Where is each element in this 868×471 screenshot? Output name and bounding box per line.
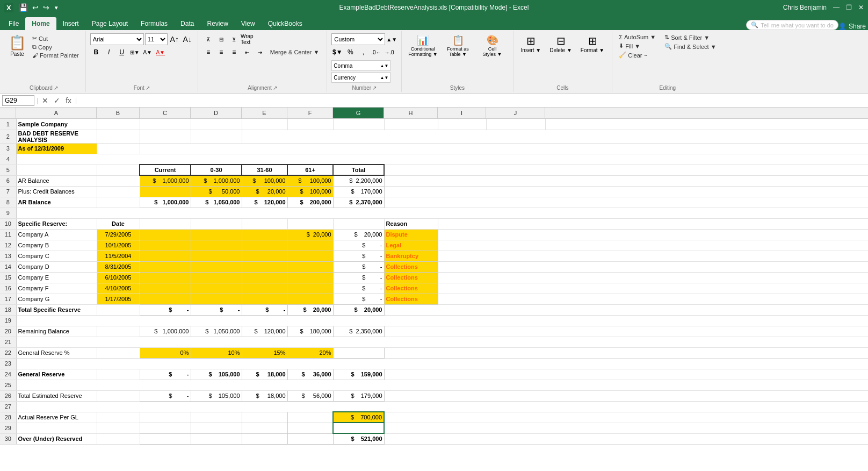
cell-D20[interactable]: $ 1,050,000 <box>191 326 242 337</box>
cell-C13[interactable] <box>140 251 191 261</box>
cell-E15[interactable] <box>242 272 287 283</box>
restore-button[interactable]: ❐ <box>846 4 852 11</box>
minimize-button[interactable]: — <box>833 4 840 11</box>
cell-D8[interactable]: $ 1,050,000 <box>191 197 242 208</box>
cell-H11[interactable]: Dispute <box>384 229 438 240</box>
cell-F16[interactable] <box>287 283 333 294</box>
cell-D15[interactable] <box>191 272 242 283</box>
cell-D28[interactable] <box>191 412 242 423</box>
cell-A11[interactable]: Company A <box>16 229 97 240</box>
cell-G28[interactable]: $ 700,000 <box>333 412 384 423</box>
cell-D30[interactable] <box>191 433 242 444</box>
cell-B5[interactable] <box>97 165 140 175</box>
cell-G22[interactable] <box>333 347 384 358</box>
cell-D5[interactable]: 0-30 <box>191 165 242 175</box>
cell-H13[interactable]: Bankruptcy <box>384 251 438 261</box>
cell-E14[interactable] <box>242 261 287 272</box>
cell-E29[interactable] <box>242 423 287 433</box>
cell-A24[interactable]: General Reserve <box>16 369 97 380</box>
grid-container[interactable]: 1 Sample Company 2 BAD DEBT RESERVE ANAL… <box>0 119 868 471</box>
cell-F6[interactable]: $ 100,000 <box>287 175 333 186</box>
tab-quickbooks[interactable]: QuickBooks <box>262 17 309 30</box>
tab-view[interactable]: View <box>235 17 262 30</box>
cell-C12[interactable] <box>140 240 191 251</box>
col-header-C[interactable]: C <box>140 108 191 118</box>
cell-G12[interactable]: $ - <box>333 240 384 251</box>
cell-A5[interactable] <box>16 165 97 175</box>
tab-file[interactable]: File <box>2 17 25 30</box>
tell-me-input[interactable]: 🔍 Tell me what you want to do <box>746 20 838 30</box>
sort-filter-button[interactable]: ⇅ Sort & Filter ▼ <box>662 33 718 41</box>
cell-C29[interactable] <box>140 423 191 433</box>
tab-insert[interactable]: Insert <box>56 17 85 30</box>
cell-C8[interactable]: $ 1,000,000 <box>140 197 191 208</box>
cell-H17[interactable]: Collections <box>384 294 438 304</box>
cell-C28[interactable] <box>140 412 191 423</box>
cell-A6[interactable]: AR Balance <box>16 175 97 186</box>
cell-G10[interactable] <box>333 218 384 229</box>
cell-H16[interactable]: Collections <box>384 283 438 294</box>
align-top-button[interactable]: ⊼ <box>202 33 214 45</box>
cell-E13[interactable] <box>242 251 287 261</box>
font-expand-icon[interactable]: ↗ <box>146 85 150 91</box>
cell-E6[interactable]: $ 100,000 <box>242 175 287 186</box>
cell-D11[interactable] <box>191 229 242 240</box>
cell-F8[interactable]: $ 200,000 <box>287 197 333 208</box>
cell-B15[interactable]: 6/10/2005 <box>97 272 140 283</box>
tab-home[interactable]: Home <box>25 17 56 30</box>
cell-D7[interactable]: $ 50,000 <box>191 186 242 197</box>
cell-H14[interactable]: Collections <box>384 261 438 272</box>
insert-function-button[interactable]: fx <box>64 96 73 105</box>
cell-A2[interactable]: BAD DEBT RESERVE ANALYSIS <box>16 130 97 143</box>
cell-G7[interactable]: $ 170,000 <box>333 186 384 197</box>
font-color-button[interactable]: A▼ <box>155 46 167 58</box>
alignment-expand-icon[interactable]: ↗ <box>273 85 277 91</box>
cell-A22[interactable]: General Reserve % <box>16 347 97 358</box>
cell-B10[interactable]: Date <box>97 218 140 229</box>
fill-button[interactable]: ⬇ Fill ▼ <box>617 42 658 50</box>
cell-G6[interactable]: $ 2,200,000 <box>333 175 384 186</box>
cell-A8[interactable]: AR Balance <box>16 197 97 208</box>
cell-F1[interactable] <box>287 119 333 130</box>
cell-C30[interactable] <box>140 433 191 444</box>
cell-F29[interactable] <box>287 423 333 433</box>
cell-D2[interactable] <box>191 130 242 143</box>
cell-A7[interactable]: Plus: Credit Balances <box>16 186 97 197</box>
cell-D12[interactable] <box>191 240 242 251</box>
cell-G26[interactable]: $ 179,000 <box>333 390 384 401</box>
accounting-format-button[interactable]: $▼ <box>331 46 343 58</box>
col-header-H[interactable]: H <box>384 108 438 118</box>
cell-F24[interactable]: $ 36,000 <box>287 369 333 380</box>
cell-A28[interactable]: Actual Reserve Per GL <box>16 412 97 423</box>
indent-decrease-button[interactable]: ⇤ <box>241 46 253 58</box>
cell-G5[interactable]: Total <box>333 165 384 175</box>
cell-C16[interactable] <box>140 283 191 294</box>
cell-C10[interactable] <box>140 218 191 229</box>
cell-B14[interactable]: 8/31/2005 <box>97 261 140 272</box>
col-header-G[interactable]: G <box>333 108 384 118</box>
cell-A10[interactable]: Specific Reserve: <box>16 218 97 229</box>
cell-F13[interactable] <box>287 251 333 261</box>
cell-F12[interactable] <box>287 240 333 251</box>
undo-button[interactable]: ↩ <box>31 2 40 13</box>
number-group-expand-icon[interactable]: ↗ <box>372 85 377 91</box>
cell-E16[interactable] <box>242 283 287 294</box>
cell-F20[interactable]: $ 180,000 <box>287 326 333 337</box>
cell-G14[interactable]: $ - <box>333 261 384 272</box>
cell-B12[interactable]: 10/1/2005 <box>97 240 140 251</box>
align-middle-button[interactable]: ⊟ <box>215 33 227 45</box>
align-right-button[interactable]: ≡ <box>228 46 240 58</box>
wrap-text-button[interactable]: Wrap Text <box>241 33 253 45</box>
font-size-select[interactable]: 11 <box>145 33 168 45</box>
cell-G8[interactable]: $ 2,370,000 <box>333 197 384 208</box>
cell-G18[interactable]: $ 20,000 <box>333 304 384 315</box>
cell-B6[interactable] <box>97 175 140 186</box>
increase-font-button[interactable]: A↑ <box>169 33 180 45</box>
format-cells-button[interactable]: ⊞ Format ▼ <box>577 33 607 54</box>
cell-G29[interactable] <box>333 423 384 433</box>
cell-F18[interactable]: $ 20,000 <box>287 304 333 315</box>
cell-C6[interactable]: $ 1,000,000 <box>140 175 191 186</box>
col-header-A[interactable]: A <box>16 108 97 118</box>
copy-button[interactable]: ⧉ Copy <box>30 43 81 51</box>
cell-C2[interactable] <box>140 130 191 143</box>
